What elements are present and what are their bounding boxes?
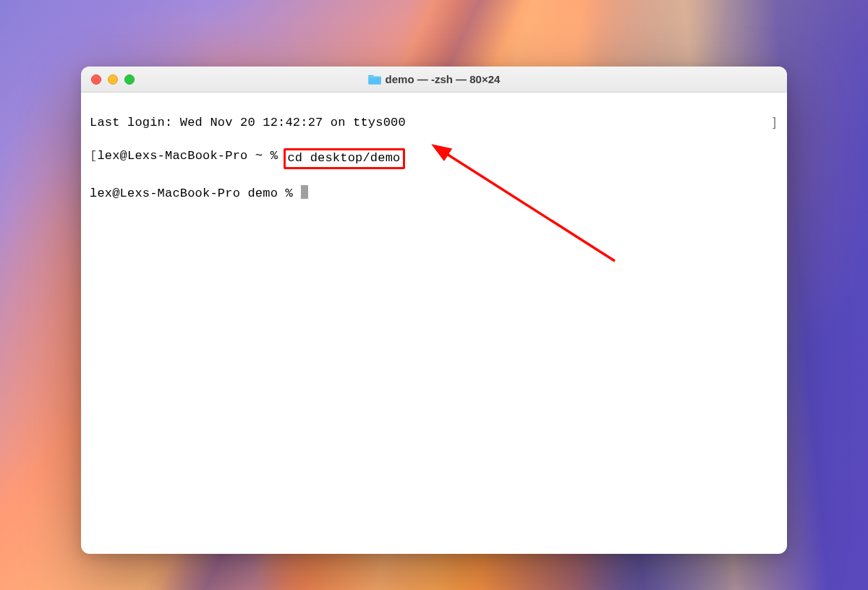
zoom-button[interactable] <box>124 74 135 85</box>
close-button[interactable] <box>91 74 101 85</box>
title-container: demo — -zsh — 80×24 <box>81 67 787 92</box>
cd-command: cd desktop/demo <box>287 151 400 165</box>
window-title: demo — -zsh — 80×24 <box>386 73 501 85</box>
terminal-content[interactable]: Last login: Wed Nov 20 12:42:27 on ttys0… <box>81 93 787 554</box>
prompt-1: lex@Lexs-MacBook-Pro ~ % <box>97 148 285 169</box>
last-login-line: Last login: Wed Nov 20 12:42:27 on ttys0… <box>90 115 778 132</box>
command-line-1: [lex@Lexs-MacBook-Pro ~ % cd desktop/dem… <box>90 148 778 169</box>
window-titlebar[interactable]: demo — -zsh — 80×24 <box>81 67 787 93</box>
command-highlight: cd desktop/demo <box>284 148 405 169</box>
folder-icon <box>368 74 381 85</box>
bracket-open: [ <box>90 148 97 169</box>
command-line-2: lex@Lexs-MacBook-Pro demo % <box>90 186 778 202</box>
last-login-text: Last login: Wed Nov 20 12:42:27 on ttys0… <box>90 115 406 132</box>
terminal-window: demo — -zsh — 80×24 Last login: Wed Nov … <box>81 67 787 554</box>
minimize-button[interactable] <box>108 74 118 85</box>
prompt-2: lex@Lexs-MacBook-Pro demo % <box>90 186 300 202</box>
traffic-lights <box>81 74 135 85</box>
cursor-icon <box>301 185 308 199</box>
bracket-close: ] <box>771 115 778 132</box>
